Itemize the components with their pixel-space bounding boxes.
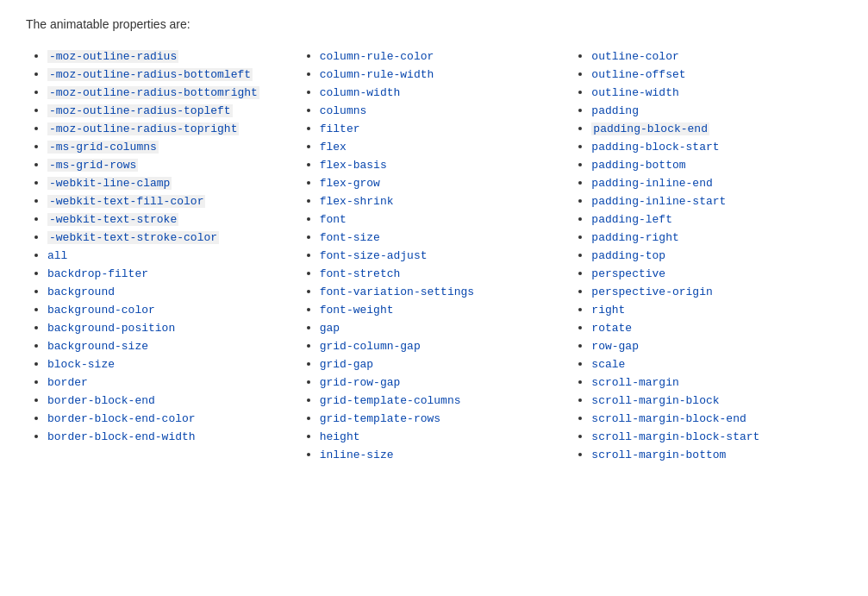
property-link[interactable]: rotate (591, 322, 632, 335)
column-1: -moz-outline-radius-moz-outline-radius-b… (26, 48, 298, 447)
property-link[interactable]: padding-block-start (591, 141, 719, 154)
list-item: padding-right (591, 229, 842, 244)
property-link[interactable]: padding-bottom (591, 159, 685, 172)
property-link[interactable]: background-size (47, 340, 148, 353)
list-item: border (47, 374, 298, 389)
property-link[interactable]: grid-gap (320, 358, 373, 371)
list-item: right (591, 302, 842, 317)
property-link[interactable]: perspective-origin (591, 285, 712, 298)
property-link[interactable]: block-size (47, 358, 115, 371)
property-link[interactable]: grid-column-gap (320, 340, 421, 353)
list-item: rotate (591, 320, 842, 335)
property-link[interactable]: backdrop-filter (47, 267, 148, 280)
property-link[interactable]: column-rule-color (320, 50, 434, 63)
list-item: font-size (320, 229, 571, 244)
list-item: column-rule-width (320, 66, 571, 81)
property-link[interactable]: background-position (47, 322, 175, 335)
list-item: row-gap (591, 338, 842, 353)
property-link[interactable]: gap (320, 322, 340, 335)
list-item: border-block-end-color (47, 411, 298, 425)
list-item: -webkit-text-fill-color (47, 193, 298, 208)
property-link[interactable]: scroll-margin-block-start (591, 430, 759, 443)
property-link[interactable]: -webkit-text-stroke-color (47, 231, 219, 244)
property-link[interactable]: scroll-margin-block-end (591, 412, 746, 425)
property-link[interactable]: border (47, 376, 88, 389)
list-item: flex (320, 139, 571, 154)
property-link[interactable]: background (47, 285, 115, 298)
property-link[interactable]: inline-size (320, 449, 394, 461)
list-item: column-rule-color (320, 48, 571, 63)
property-link[interactable]: padding-left (591, 213, 672, 226)
property-link[interactable]: padding-right (591, 231, 678, 244)
list-item: -ms-grid-columns (47, 139, 298, 154)
list-item: background-color (47, 302, 298, 317)
property-link[interactable]: scroll-margin-bottom (591, 449, 726, 461)
list-column-1: -moz-outline-radius-moz-outline-radius-b… (26, 48, 298, 443)
property-link[interactable]: outline-offset (591, 68, 685, 81)
list-item: column-width (320, 85, 571, 99)
list-item: font-weight (320, 302, 571, 317)
property-link[interactable]: columns (320, 104, 367, 117)
property-link[interactable]: grid-row-gap (320, 376, 401, 389)
property-link[interactable]: flex-grow (320, 177, 380, 190)
property-link[interactable]: font-weight (320, 304, 394, 317)
property-link[interactable]: font-stretch (320, 267, 401, 280)
list-item: block-size (47, 356, 298, 371)
property-link[interactable]: font-size-adjust (320, 249, 428, 262)
list-item: grid-gap (320, 356, 571, 371)
property-link[interactable]: -moz-outline-radius (47, 50, 178, 63)
list-item: background-position (47, 320, 298, 335)
property-link[interactable]: padding (591, 104, 639, 117)
list-item: flex-shrink (320, 193, 571, 208)
property-link[interactable]: -moz-outline-radius-bottomleft (47, 68, 253, 81)
list-item: padding-left (591, 211, 842, 226)
property-link[interactable]: border-block-end-color (47, 412, 196, 425)
list-item: -moz-outline-radius-bottomright (47, 85, 298, 99)
property-link[interactable]: padding-inline-end (591, 177, 712, 190)
list-item: filter (320, 121, 571, 135)
property-link[interactable]: row-gap (591, 340, 639, 353)
property-link[interactable]: column-width (320, 86, 401, 99)
property-link[interactable]: all (47, 249, 67, 262)
property-link[interactable]: -ms-grid-columns (47, 141, 159, 154)
list-item: scroll-margin-block (591, 392, 842, 407)
property-link[interactable]: -ms-grid-rows (47, 159, 138, 172)
property-link[interactable]: padding-block-end (591, 122, 709, 135)
property-link[interactable]: flex-shrink (320, 195, 394, 208)
list-item: background (47, 284, 298, 298)
property-link[interactable]: background-color (47, 304, 155, 317)
property-link[interactable]: right (591, 304, 625, 317)
property-link[interactable]: -moz-outline-radius-topright (47, 122, 239, 135)
property-link[interactable]: -moz-outline-radius-bottomright (47, 86, 259, 99)
property-link[interactable]: perspective (591, 267, 665, 280)
property-link[interactable]: padding-top (591, 249, 665, 262)
list-item: outline-offset (591, 66, 842, 81)
property-link[interactable]: scale (591, 358, 625, 371)
property-link[interactable]: -webkit-line-clamp (47, 177, 172, 190)
property-link[interactable]: font (320, 213, 347, 226)
property-link[interactable]: -webkit-text-fill-color (47, 195, 205, 208)
list-item: columns (320, 103, 571, 117)
list-column-2: column-rule-colorcolumn-rule-widthcolumn… (298, 48, 571, 461)
property-link[interactable]: -moz-outline-radius-topleft (47, 104, 233, 117)
list-item: padding-inline-end (591, 175, 842, 190)
property-link[interactable]: outline-color (591, 50, 678, 63)
property-link[interactable]: border-block-end-width (47, 430, 196, 443)
property-link[interactable]: flex (320, 141, 347, 154)
property-link[interactable]: border-block-end (47, 394, 155, 407)
property-link[interactable]: column-rule-width (320, 68, 434, 81)
property-link[interactable]: outline-width (591, 86, 678, 99)
property-link[interactable]: scroll-margin (591, 376, 678, 389)
property-link[interactable]: font-size (320, 231, 380, 244)
property-link[interactable]: padding-inline-start (591, 195, 726, 208)
property-link[interactable]: filter (320, 122, 360, 135)
list-item: border-block-end-width (47, 429, 298, 443)
property-link[interactable]: -webkit-text-stroke (47, 213, 178, 226)
property-link[interactable]: grid-template-columns (320, 394, 461, 407)
property-link[interactable]: height (320, 430, 360, 443)
property-link[interactable]: scroll-margin-block (591, 394, 719, 407)
list-item: grid-column-gap (320, 338, 571, 353)
property-link[interactable]: grid-template-rows (320, 412, 440, 425)
property-link[interactable]: flex-basis (320, 159, 387, 172)
property-link[interactable]: font-variation-settings (320, 285, 474, 298)
